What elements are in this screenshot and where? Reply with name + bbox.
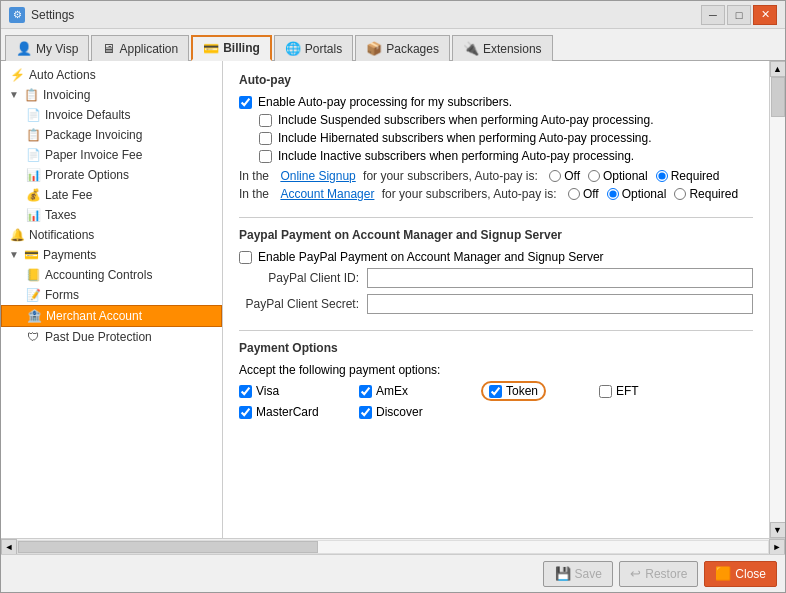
- bottom-bar: 💾 Save ↩ Restore 🟧 Close: [1, 554, 785, 592]
- payments-label: Payments: [43, 248, 96, 262]
- sidebar-item-package-invoicing[interactable]: 📋 Package Invoicing: [1, 125, 222, 145]
- maximize-button[interactable]: □: [727, 5, 751, 25]
- sidebar-item-forms[interactable]: 📝 Forms: [1, 285, 222, 305]
- invoice-defaults-icon: 📄: [25, 107, 41, 123]
- title-bar-buttons: ─ □ ✕: [701, 5, 777, 25]
- scroll-up-arrow[interactable]: ▲: [770, 61, 786, 77]
- tab-extensions-label: Extensions: [483, 42, 542, 56]
- enable-paypal-checkbox[interactable]: [239, 251, 252, 264]
- invoicing-label: Invoicing: [43, 88, 90, 102]
- amex-checkbox[interactable]: [359, 385, 372, 398]
- restore-button[interactable]: ↩ Restore: [619, 561, 698, 587]
- close-window-button[interactable]: ✕: [753, 5, 777, 25]
- eft-label: EFT: [616, 384, 639, 398]
- accept-options-label: Accept the following payment options:: [239, 363, 440, 377]
- tab-my-visp[interactable]: 👤 My Visp: [5, 35, 89, 61]
- include-inactive-checkbox[interactable]: [259, 150, 272, 163]
- scroll-thumb-bottom[interactable]: [18, 541, 318, 553]
- account-manager-suffix: for your subscribers, Auto-pay is:: [382, 187, 557, 201]
- accept-options-label-row: Accept the following payment options:: [239, 363, 753, 377]
- account-manager-link[interactable]: Account Manager: [280, 187, 374, 201]
- window-icon: ⚙: [9, 7, 25, 23]
- sidebar-item-invoicing[interactable]: ▼ 📋 Invoicing: [1, 85, 222, 105]
- merchant-account-label: Merchant Account: [46, 309, 142, 323]
- tab-application[interactable]: 🖥 Application: [91, 35, 189, 61]
- save-button[interactable]: 💾 Save: [543, 561, 613, 587]
- eft-checkbox[interactable]: [599, 385, 612, 398]
- online-signup-off-radio[interactable]: [549, 170, 561, 182]
- tab-billing-label: Billing: [223, 41, 260, 55]
- enable-autopay-checkbox[interactable]: [239, 96, 252, 109]
- late-fee-icon: 💰: [25, 187, 41, 203]
- tab-billing[interactable]: 💳 Billing: [191, 35, 272, 61]
- sidebar-item-invoice-defaults[interactable]: 📄 Invoice Defaults: [1, 105, 222, 125]
- visa-checkbox[interactable]: [239, 385, 252, 398]
- close-btn-icon: 🟧: [715, 566, 731, 581]
- invoice-defaults-label: Invoice Defaults: [45, 108, 130, 122]
- sidebar-item-payments[interactable]: ▼ 💳 Payments: [1, 245, 222, 265]
- mastercard-label: MasterCard: [256, 405, 319, 419]
- account-manager-optional-radio[interactable]: [607, 188, 619, 200]
- sidebar-item-notifications[interactable]: 🔔 Notifications: [1, 225, 222, 245]
- forms-icon: 📝: [25, 287, 41, 303]
- token-checkbox[interactable]: [489, 385, 502, 398]
- online-signup-radio-row: In the Online Signup for your subscriber…: [239, 169, 753, 183]
- sidebar-item-accounting-controls[interactable]: 📒 Accounting Controls: [1, 265, 222, 285]
- account-manager-off-radio[interactable]: [568, 188, 580, 200]
- portals-icon: 🌐: [285, 41, 301, 56]
- autopay-section: Auto-pay Enable Auto-pay processing for …: [239, 73, 753, 201]
- account-manager-required-label: Required: [689, 187, 738, 201]
- paypal-client-secret-label: PayPal Client Secret:: [239, 297, 359, 311]
- package-invoicing-icon: 📋: [25, 127, 41, 143]
- package-invoicing-label: Package Invoicing: [45, 128, 142, 142]
- online-signup-required-radio[interactable]: [656, 170, 668, 182]
- payment-options-section: Payment Options Accept the following pay…: [239, 341, 753, 419]
- invoicing-expand-icon: ▼: [9, 89, 21, 101]
- tab-application-label: Application: [119, 42, 178, 56]
- online-signup-prefix: In the: [239, 169, 269, 183]
- sidebar-item-taxes[interactable]: 📊 Taxes: [1, 205, 222, 225]
- online-signup-off-label: Off: [564, 169, 580, 183]
- settings-window: ⚙ Settings ─ □ ✕ 👤 My Visp 🖥 Application…: [0, 0, 786, 593]
- tab-portals[interactable]: 🌐 Portals: [274, 35, 353, 61]
- paypal-client-secret-input[interactable]: [367, 294, 753, 314]
- sidebar-item-late-fee[interactable]: 💰 Late Fee: [1, 185, 222, 205]
- paypal-client-secret-row: PayPal Client Secret:: [239, 294, 753, 314]
- notifications-icon: 🔔: [9, 227, 25, 243]
- online-signup-link[interactable]: Online Signup: [280, 169, 355, 183]
- tab-packages[interactable]: 📦 Packages: [355, 35, 450, 61]
- mastercard-checkbox[interactable]: [239, 406, 252, 419]
- include-suspended-row: Include Suspended subscribers when perfo…: [239, 113, 753, 127]
- tab-extensions[interactable]: 🔌 Extensions: [452, 35, 553, 61]
- accounting-controls-label: Accounting Controls: [45, 268, 152, 282]
- include-inactive-label: Include Inactive subscribers when perfor…: [278, 149, 634, 163]
- sidebar-item-merchant-account[interactable]: 🏦 Merchant Account: [1, 305, 222, 327]
- content-panel: Auto-pay Enable Auto-pay processing for …: [223, 61, 769, 538]
- online-signup-optional-radio[interactable]: [588, 170, 600, 182]
- sidebar-item-past-due-protection[interactable]: 🛡 Past Due Protection: [1, 327, 222, 347]
- enable-autopay-label: Enable Auto-pay processing for my subscr…: [258, 95, 512, 109]
- paypal-client-id-input[interactable]: [367, 268, 753, 288]
- discover-checkbox[interactable]: [359, 406, 372, 419]
- close-button[interactable]: 🟧 Close: [704, 561, 777, 587]
- scrollbar-right[interactable]: ▲ ▼: [769, 61, 785, 538]
- include-suspended-label: Include Suspended subscribers when perfo…: [278, 113, 654, 127]
- sidebar-item-paper-invoice-fee[interactable]: 📄 Paper Invoice Fee: [1, 145, 222, 165]
- online-signup-optional-option: Optional: [588, 169, 648, 183]
- scroll-thumb-right[interactable]: [771, 77, 785, 117]
- scroll-right-arrow[interactable]: ►: [769, 539, 785, 555]
- past-due-protection-label: Past Due Protection: [45, 330, 152, 344]
- auto-actions-label: Auto Actions: [29, 68, 96, 82]
- scroll-left-arrow[interactable]: ◄: [1, 539, 17, 555]
- account-manager-required-radio[interactable]: [674, 188, 686, 200]
- paypal-section: Paypal Payment on Account Manager and Si…: [239, 228, 753, 314]
- scroll-down-arrow[interactable]: ▼: [770, 522, 786, 538]
- payment-option-mastercard: MasterCard: [239, 405, 359, 419]
- minimize-button[interactable]: ─: [701, 5, 725, 25]
- enable-paypal-label: Enable PayPal Payment on Account Manager…: [258, 250, 604, 264]
- include-suspended-checkbox[interactable]: [259, 114, 272, 127]
- auto-actions-icon: ⚡: [9, 67, 25, 83]
- sidebar-item-prorate-options[interactable]: 📊 Prorate Options: [1, 165, 222, 185]
- include-hibernated-checkbox[interactable]: [259, 132, 272, 145]
- sidebar-item-auto-actions[interactable]: ⚡ Auto Actions: [1, 65, 222, 85]
